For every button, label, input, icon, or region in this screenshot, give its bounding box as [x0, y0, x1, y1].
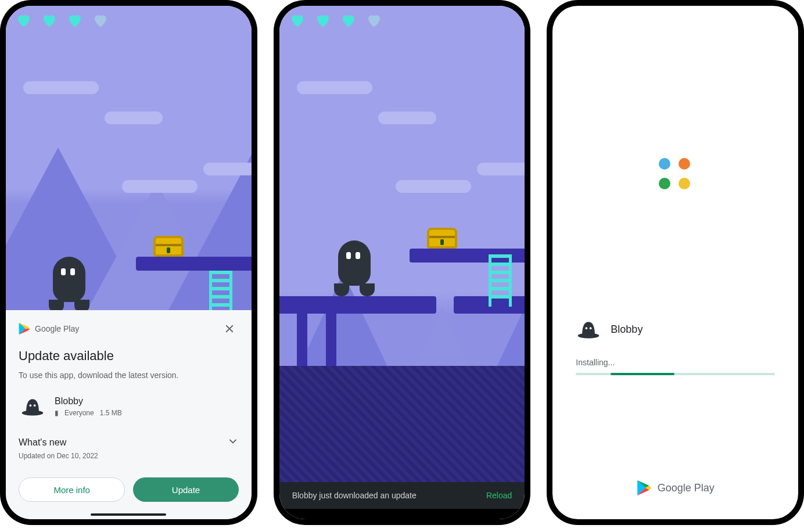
game-scene	[279, 6, 525, 482]
chevron-down-icon	[227, 436, 239, 450]
app-icon	[19, 393, 46, 420]
google-play-logo: Google Play	[19, 322, 79, 335]
svg-point-9	[586, 327, 588, 329]
game-scene	[6, 6, 252, 310]
whats-new-title: What's new	[19, 437, 66, 448]
snackbar: Blobby just downloaded an update Reload	[279, 482, 525, 509]
install-status: Installing...	[576, 358, 775, 367]
install-screen: Blobby Installing... Google Play	[552, 6, 798, 519]
player-character	[49, 257, 89, 315]
content-rating-label: Everyone	[64, 409, 94, 417]
ladder	[209, 271, 232, 315]
google-play-logo: Google Play	[637, 480, 715, 496]
svg-point-7	[34, 404, 36, 407]
whats-new-toggle[interactable]: What's new	[19, 436, 239, 450]
nav-handle	[91, 513, 166, 516]
update-button[interactable]: Update	[133, 477, 238, 502]
app-name: Blobby	[55, 396, 122, 407]
hearts-indicator	[288, 12, 384, 29]
svg-point-10	[590, 327, 592, 329]
treasure-chest	[427, 228, 457, 249]
phone-frame-3: Blobby Installing... Google Play	[552, 6, 798, 519]
app-name: Blobby	[611, 323, 643, 336]
google-play-label: Google Play	[35, 324, 79, 333]
app-size: 1.5 MB	[100, 409, 122, 417]
treasure-chest	[153, 236, 184, 257]
ladder	[489, 254, 512, 307]
phone-frame-1: Google Play Update available To use this…	[6, 6, 252, 519]
progress-bar	[576, 373, 775, 375]
svg-point-6	[30, 404, 32, 407]
hearts-indicator	[14, 12, 110, 29]
sheet-title: Update available	[19, 348, 239, 364]
more-info-button[interactable]: More info	[19, 477, 125, 502]
content-rating-icon: ▮	[55, 409, 59, 417]
snackbar-message: Blobby just downloaded an update	[292, 491, 417, 500]
reload-button[interactable]: Reload	[486, 491, 512, 500]
close-icon[interactable]	[220, 319, 239, 338]
google-play-label: Google Play	[658, 482, 715, 494]
app-icon	[576, 319, 601, 339]
sheet-subtitle: To use this app, download the latest ver…	[19, 371, 239, 380]
whats-new-date: Updated on Dec 10, 2022	[19, 452, 239, 460]
app-info-row: Blobby ▮ Everyone 1.5 MB	[19, 393, 239, 420]
loading-dots-icon	[659, 158, 692, 192]
update-bottom-sheet: Google Play Update available To use this…	[6, 310, 252, 519]
player-character	[334, 240, 375, 299]
phone-frame-2: Blobby just downloaded an update Reload	[279, 6, 525, 519]
